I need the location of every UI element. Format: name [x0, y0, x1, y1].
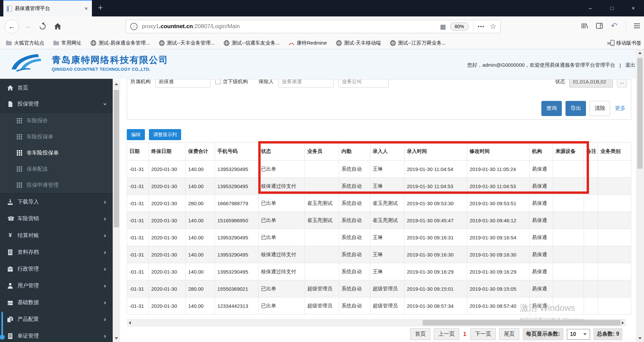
home-icon[interactable]	[54, 23, 61, 30]
bookmark-item[interactable]: 火狐官方站点	[6, 40, 44, 46]
bookmarks-overflow-icon[interactable]: »	[607, 39, 610, 47]
sidebar-item-home[interactable]: 首页	[0, 80, 113, 96]
table-column-header[interactable]: 录入人	[370, 142, 405, 161]
tab-close-icon[interactable]: ×	[84, 5, 89, 12]
channel-input[interactable]: 业务渠道	[278, 79, 334, 88]
logout-link[interactable]: 退出	[625, 62, 635, 68]
horizontal-scrollbar[interactable]	[127, 319, 626, 327]
table-row[interactable]: -01-312020-01-30140.0013953290495核保通过待支付…	[127, 178, 631, 195]
table-column-header[interactable]: 业务类别	[598, 142, 631, 161]
page-size-select[interactable]: 10	[567, 329, 590, 340]
sidebar-item-policy-management[interactable]: 投保管理 ›	[0, 96, 113, 112]
bookmark-item[interactable]: 康特Redmine	[289, 40, 327, 46]
undo-icon[interactable]: ↶	[611, 23, 618, 29]
submenu-item-auto-quote[interactable]: 车险报价	[0, 113, 113, 129]
page-zoom-badge[interactable]: 80%	[450, 22, 469, 31]
page-vertical-scrollbar[interactable]	[636, 49, 644, 342]
scrollbar-thumb[interactable]	[114, 90, 119, 227]
table-row[interactable]: -01-312020-01-30280.0016667988779已出单崔玉亮测…	[127, 195, 631, 212]
table-column-header[interactable]: 修改时间	[467, 142, 530, 161]
page-actions-icon[interactable]: •••	[478, 24, 485, 29]
next-page-button[interactable]: 下一页	[470, 328, 496, 340]
bookmark-item[interactable]: 测试-天丰移动端	[336, 40, 381, 46]
table-column-header[interactable]: 终保日期	[149, 142, 186, 161]
table-column-header[interactable]: 保费合计	[186, 142, 215, 161]
table-row[interactable]: -01-312020-01-30140.0012334442313已出单超级管理…	[127, 297, 631, 315]
export-button[interactable]: 导出	[566, 101, 586, 116]
status-select[interactable]: 01,01A,01B,02	[569, 79, 613, 88]
sidebar-item-administration[interactable]: 行政管理›	[0, 261, 113, 277]
table-column-header[interactable]: 手机号码	[215, 142, 259, 161]
include-sub-checkbox-group[interactable]: 含下级机构	[215, 79, 248, 85]
sidebar-item-product-config[interactable]: 产品配置›	[0, 311, 113, 328]
bookmark-item[interactable]: 常用网址	[53, 40, 82, 46]
submenu-item-policy-delivery[interactable]: 保单配送	[0, 161, 113, 177]
table-column-header[interactable]: 录入时间	[405, 142, 467, 161]
window-close-button[interactable]: ×	[623, 0, 644, 16]
first-page-button[interactable]: 首页	[410, 328, 430, 340]
sidebar-item-auto-marketing[interactable]: ☎车险营销›	[0, 210, 113, 227]
table-row[interactable]: -01-312020-01-30140.0013953290495核保通过待支付…	[127, 263, 631, 280]
table-column-header[interactable]: 状态	[259, 142, 305, 161]
url-text[interactable]: proxy1.countnet.cn:20807/Login/Main	[142, 23, 440, 30]
site-info-icon[interactable]: i	[130, 23, 138, 30]
new-tab-button[interactable]: +	[98, 3, 103, 12]
status-more-button[interactable]: ...	[617, 79, 627, 88]
sidebar-item-user-management[interactable]: 用户管理›	[0, 277, 113, 294]
sidebar-item-certificate-management[interactable]: 单证管理›	[0, 328, 113, 342]
bookmark-item[interactable]: 测试--天丰业务管理...	[159, 40, 215, 46]
scroll-down-icon[interactable]	[638, 337, 642, 339]
scroll-left-icon[interactable]	[129, 321, 131, 325]
submenu-item-non-auto-policy[interactable]: 非车险投保单	[0, 145, 113, 161]
edit-button[interactable]: 编辑	[127, 129, 145, 140]
clear-button[interactable]: 清除	[590, 101, 610, 116]
org-input[interactable]: 易保通	[155, 79, 211, 88]
sidebar-item-archives[interactable]: 资料存档›	[0, 244, 113, 261]
sidebar-scroll-indicator[interactable]	[1, 312, 3, 335]
adjust-columns-button[interactable]: 调整显示列	[149, 129, 181, 140]
sidebar-item-download-import[interactable]: 下载导入›	[0, 193, 113, 210]
sidebar-item-base-data[interactable]: 基础数据›	[0, 294, 113, 311]
company-input[interactable]: 业务公司	[338, 79, 389, 88]
browser-tab[interactable]: 易保通管理平台 ×	[3, 0, 92, 16]
table-row[interactable]: -01-312020-01-30140.0013953290495核保通过待支付…	[127, 246, 631, 263]
menu-hamburger-icon[interactable]	[634, 23, 640, 28]
table-column-header[interactable]: 日期	[127, 142, 149, 161]
table-column-header[interactable]: 机构	[530, 142, 553, 161]
bookmark-item[interactable]: 测试-易保通业务管理...	[91, 40, 150, 46]
qr-code-icon[interactable]: ▦	[440, 23, 446, 31]
forward-button[interactable]: →	[24, 22, 31, 30]
table-column-header[interactable]: 备注	[584, 142, 598, 161]
bookmark-star-icon[interactable]: ☆	[490, 22, 496, 31]
table-row[interactable]: -01-312020-01-30140.0015165986950已出单崔玉亮测…	[127, 212, 631, 229]
bookmark-item[interactable]: 测试--江苏万舜业务...	[390, 40, 446, 46]
scrollbar-thumb[interactable]	[423, 320, 621, 326]
table-row[interactable]: -01-312020-01-30140.0013953290495已出单系统自动…	[127, 229, 631, 246]
library-icon[interactable]	[581, 23, 588, 29]
window-maximize-button[interactable]: □	[601, 0, 623, 16]
reload-icon[interactable]	[38, 22, 47, 31]
last-page-button[interactable]: 尾页	[499, 328, 519, 340]
sidebar-toggle-icon[interactable]	[596, 23, 603, 29]
table-column-header[interactable]: 内勤	[339, 142, 370, 161]
scroll-up-icon[interactable]	[638, 52, 642, 54]
scroll-right-icon[interactable]	[622, 321, 624, 325]
table-column-header[interactable]: 业务员	[305, 142, 339, 161]
more-link[interactable]: 更多	[615, 105, 626, 112]
submenu-item-application-management[interactable]: 投保申请管理	[0, 177, 113, 193]
scroll-down-icon[interactable]	[115, 337, 118, 339]
checkbox-icon[interactable]	[215, 79, 221, 84]
table-column-header[interactable]: 来源设备	[553, 142, 584, 161]
mobile-bookmarks[interactable]: 移动版书签	[610, 40, 641, 46]
submenu-item-auto-policy[interactable]: 车险投保单	[0, 129, 113, 145]
table-row[interactable]: -01-312020-01-30140.0013953290495已出单系统自动…	[127, 161, 631, 178]
query-button[interactable]: 查询	[541, 101, 562, 116]
url-bar[interactable]: i proxy1.countnet.cn:20807/Login/Main ▦ …	[126, 20, 501, 33]
sidebar-item-settlement[interactable]: ¥结算对账›	[0, 227, 113, 244]
scrollbar-thumb[interactable]	[637, 58, 643, 169]
prev-page-button[interactable]: 上一页	[434, 328, 459, 340]
content-vertical-scrollbar[interactable]	[113, 80, 120, 342]
bookmark-item[interactable]: 测试--信通车友业务...	[224, 40, 280, 46]
table-row[interactable]: -01-312020-01-30280.0015550369021已出单超级管理…	[127, 280, 631, 297]
window-minimize-button[interactable]: –	[580, 0, 601, 16]
